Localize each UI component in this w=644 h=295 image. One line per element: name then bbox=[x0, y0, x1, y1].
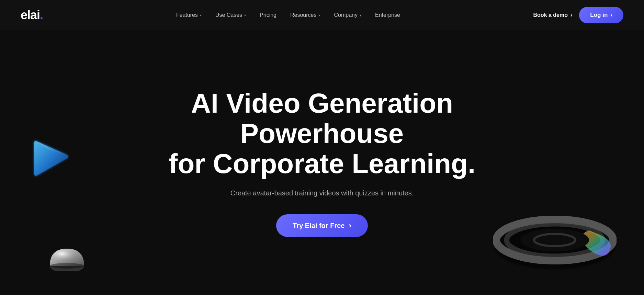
login-label: Log in bbox=[590, 12, 608, 19]
nav-resources-label: Resources bbox=[290, 12, 316, 18]
nav-use-cases-label: Use Cases bbox=[215, 12, 242, 18]
hero-title-line2: for Corporate Learning. bbox=[169, 148, 475, 179]
nav-resources[interactable]: Resources ▾ bbox=[290, 12, 320, 18]
svg-point-1 bbox=[50, 263, 84, 269]
decoration-play-triangle bbox=[27, 136, 72, 181]
svg-point-2 bbox=[495, 225, 615, 269]
chevron-down-icon: ▾ bbox=[244, 13, 246, 17]
chevron-down-icon: ▾ bbox=[318, 13, 320, 17]
navbar-left: elai. bbox=[21, 8, 43, 22]
try-free-button[interactable]: Try Elai for Free › bbox=[276, 214, 368, 237]
arrow-right-icon: › bbox=[349, 221, 351, 230]
nav-features[interactable]: Features ▾ bbox=[176, 12, 202, 18]
chevron-right-icon: › bbox=[610, 12, 612, 19]
nav-pricing-label: Pricing bbox=[260, 12, 276, 18]
logo[interactable]: elai. bbox=[21, 8, 43, 22]
svg-point-0 bbox=[50, 259, 84, 271]
hero-section: AI Video Generation Powerhouse for Corpo… bbox=[0, 30, 644, 295]
logo-dot: . bbox=[40, 8, 43, 22]
decoration-spiral bbox=[493, 202, 617, 278]
spiral-svg bbox=[493, 202, 617, 278]
try-free-label: Try Elai for Free bbox=[293, 222, 344, 230]
navbar-center: Features ▾ Use Cases ▾ Pricing Resources… bbox=[176, 12, 400, 18]
login-button[interactable]: Log in › bbox=[579, 7, 623, 23]
svg-point-3 bbox=[496, 219, 613, 261]
nav-pricing[interactable]: Pricing bbox=[260, 12, 276, 18]
hero-subtitle: Create avatar-based training videos with… bbox=[168, 189, 477, 197]
nav-enterprise-label: Enterprise bbox=[375, 12, 400, 18]
hero-title: AI Video Generation Powerhouse for Corpo… bbox=[168, 88, 477, 179]
decoration-dome bbox=[48, 247, 86, 274]
navbar-right: Book a demo › Log in › bbox=[533, 7, 623, 23]
nav-use-cases[interactable]: Use Cases ▾ bbox=[215, 12, 246, 18]
book-demo-label: Book a demo bbox=[533, 12, 568, 18]
chevron-down-icon: ▾ bbox=[360, 13, 361, 17]
nav-enterprise[interactable]: Enterprise bbox=[375, 12, 400, 18]
nav-company-label: Company bbox=[334, 12, 357, 18]
nav-company[interactable]: Company ▾ bbox=[334, 12, 361, 18]
svg-point-4 bbox=[507, 224, 603, 256]
arrow-right-icon: › bbox=[570, 12, 572, 18]
svg-point-6 bbox=[534, 234, 575, 246]
book-demo-button[interactable]: Book a demo › bbox=[533, 12, 573, 18]
logo-text: elai bbox=[21, 8, 40, 22]
dome-svg bbox=[48, 247, 86, 271]
hero-content: AI Video Generation Powerhouse for Corpo… bbox=[168, 88, 477, 237]
hero-title-line1: AI Video Generation Powerhouse bbox=[191, 88, 453, 149]
navbar: elai. Features ▾ Use Cases ▾ Pricing Res… bbox=[0, 0, 644, 30]
svg-point-5 bbox=[520, 229, 589, 251]
chevron-down-icon: ▾ bbox=[200, 13, 202, 17]
nav-features-label: Features bbox=[176, 12, 198, 18]
play-triangle-svg bbox=[27, 136, 72, 181]
